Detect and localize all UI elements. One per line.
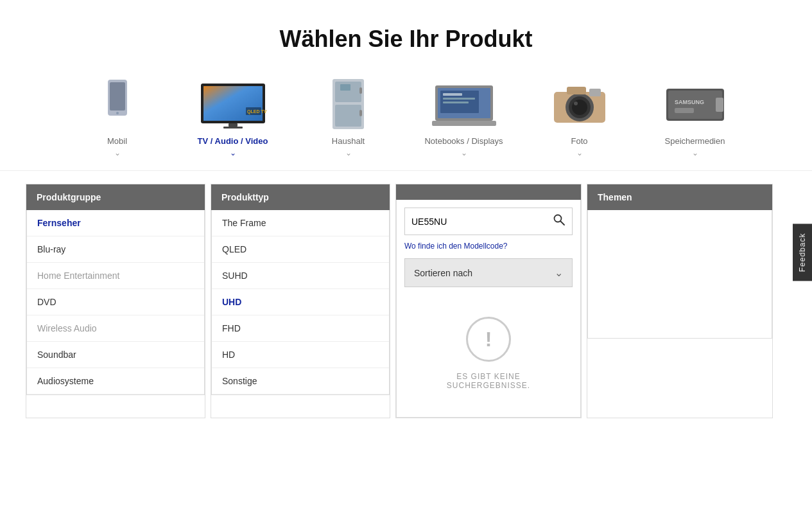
list-item[interactable]: UHD	[212, 289, 389, 315]
category-label-haushalt: Haushalt	[332, 136, 365, 146]
chevron-down-icon-foto: ⌄	[576, 148, 583, 157]
search-input-wrapper	[404, 208, 573, 235]
chevron-down-icon-mobil: ⌄	[114, 148, 121, 157]
svg-rect-19	[443, 93, 462, 96]
exclamation-icon: !	[485, 329, 492, 350]
list-item[interactable]: Fernseher	[27, 210, 204, 236]
sort-label: Sortieren nach	[414, 268, 472, 278]
svg-rect-28	[567, 87, 586, 94]
page-title: Wählen Sie Ihr Produkt	[13, 26, 799, 53]
svg-rect-12	[335, 105, 361, 127]
chevron-down-icon-sort: ⌄	[555, 267, 563, 279]
list-item[interactable]: Home Entertainment	[27, 263, 204, 289]
svg-rect-5	[203, 86, 263, 121]
list-item[interactable]: Soundbar	[27, 342, 204, 368]
svg-text:SAMSUNG: SAMSUNG	[675, 99, 704, 105]
svg-rect-9	[223, 127, 243, 128]
themen-panel-inner	[587, 210, 772, 339]
list-item[interactable]: Sonstige	[212, 368, 389, 394]
sort-dropdown[interactable]: Sortieren nach ⌄	[404, 258, 573, 287]
list-item[interactable]: HD	[212, 342, 389, 368]
svg-point-35	[555, 215, 562, 222]
svg-rect-29	[589, 89, 601, 96]
category-image-speicher: SAMSUNG	[660, 78, 730, 130]
svg-text:QLED TV: QLED TV	[247, 109, 267, 114]
search-panel-header	[396, 184, 581, 200]
svg-line-36	[561, 222, 565, 226]
search-button[interactable]	[546, 208, 572, 235]
chevron-down-icon-speicher: ⌄	[692, 148, 698, 157]
chevron-down-icon-notebooks: ⌄	[461, 148, 467, 157]
category-item-notebooks[interactable]: Notebooks / Displays ⌄	[406, 78, 522, 157]
search-panel-inner: Wo finde ich den Modellcode? Sortieren n…	[396, 200, 581, 418]
category-label-notebooks: Notebooks / Displays	[424, 136, 503, 146]
svg-rect-13	[359, 87, 362, 94]
search-input[interactable]	[405, 211, 546, 232]
model-code-link[interactable]: Wo finde ich den Modellcode?	[404, 242, 573, 251]
list-item[interactable]: The Frame	[212, 210, 389, 236]
main-content: Produktgruppe Fernseher Blu-ray Home Ent…	[0, 171, 812, 431]
chevron-down-icon-tv: ⌄	[230, 148, 236, 157]
svg-rect-21	[443, 102, 469, 103]
category-image-tv: QLED TV	[198, 78, 268, 130]
svg-rect-33	[675, 108, 694, 113]
svg-point-2	[116, 112, 119, 114]
category-label-foto: Foto	[571, 136, 587, 146]
svg-rect-14	[359, 110, 362, 116]
category-label-speicher: Speichermedien	[665, 136, 725, 146]
category-image-mobil	[82, 78, 153, 130]
list-item[interactable]: Audiosysteme	[27, 368, 204, 394]
svg-rect-1	[110, 82, 125, 111]
themen-panel: Themen	[587, 184, 773, 418]
list-item[interactable]: Wireless Audio	[27, 315, 204, 342]
no-results-section: ! ES GIBT KEINE SUCHERGEBNISSE.	[404, 297, 573, 409]
produkttyp-list: The Frame QLED SUHD UHD FHD HD Sonstige	[211, 210, 390, 395]
list-item[interactable]: Blu-ray	[27, 236, 204, 263]
produktgruppe-list: Fernseher Blu-ray Home Entertainment DVD…	[26, 210, 205, 395]
category-image-haushalt	[313, 78, 384, 130]
category-item-speicher[interactable]: SAMSUNG Speichermedien ⌄	[637, 78, 753, 157]
list-item[interactable]: SUHD	[212, 263, 389, 289]
produktgruppe-panel: Produktgruppe Fernseher Blu-ray Home Ent…	[26, 184, 205, 418]
no-results-icon: !	[466, 317, 511, 362]
page-title-section: Wählen Sie Ihr Produkt	[0, 0, 812, 72]
themen-header: Themen	[587, 184, 772, 210]
chevron-down-icon-haushalt: ⌄	[345, 148, 352, 157]
svg-rect-15	[340, 84, 350, 91]
list-item[interactable]: FHD	[212, 315, 389, 342]
category-item-haushalt[interactable]: Haushalt ⌄	[291, 78, 406, 157]
category-item-foto[interactable]: Foto ⌄	[522, 78, 637, 157]
list-item[interactable]: QLED	[212, 236, 389, 263]
category-label-tv: TV / Audio / Video	[198, 136, 268, 146]
category-label-mobil: Mobil	[107, 136, 127, 146]
produkttyp-header: Produkttyp	[211, 184, 390, 210]
svg-point-26	[572, 100, 587, 115]
category-nav: Mobil ⌄ QLED TV	[0, 72, 812, 171]
produkttyp-panel: Produkttyp The Frame QLED SUHD UHD FHD H…	[211, 184, 390, 418]
produktgruppe-header: Produktgruppe	[26, 184, 205, 210]
no-results-text: ES GIBT KEINE SUCHERGEBNISSE.	[417, 372, 560, 390]
category-image-foto	[544, 78, 615, 130]
list-item[interactable]: DVD	[27, 289, 204, 315]
svg-rect-20	[443, 98, 475, 100]
feedback-label: Feedback	[798, 233, 807, 272]
search-panel: Wo finde ich den Modellcode? Sortieren n…	[395, 184, 582, 418]
svg-rect-8	[229, 123, 238, 127]
category-item-mobil[interactable]: Mobil ⌄	[60, 78, 175, 157]
svg-rect-34	[716, 98, 723, 112]
svg-rect-22	[432, 121, 496, 126]
category-item-tv[interactable]: QLED TV TV / Audio / Video ⌄	[175, 78, 291, 157]
svg-point-27	[574, 102, 578, 105]
feedback-tab[interactable]: Feedback	[793, 224, 812, 281]
category-image-notebooks	[429, 78, 499, 130]
